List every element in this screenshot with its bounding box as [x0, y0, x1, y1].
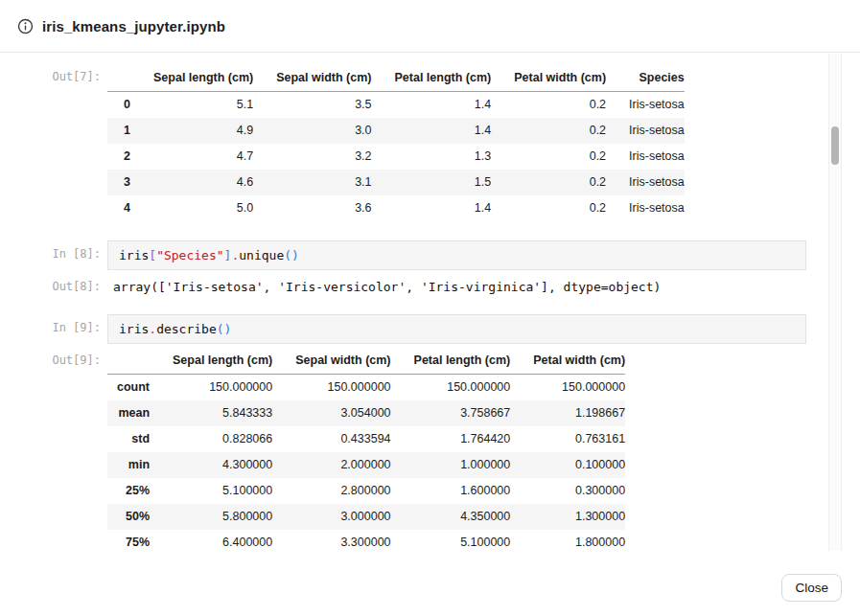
notebook-cell-out7: Out[7]: Sepal length (cm)Sepal width (cm…: [0, 65, 844, 221]
table-cell: 4.300000: [150, 452, 272, 478]
table-cell: 1.000000: [391, 452, 511, 478]
row-index: mean: [107, 400, 150, 426]
table-row: 50%5.8000003.0000004.3500001.300000: [107, 504, 625, 530]
scrollbar-track[interactable]: [828, 54, 842, 551]
table-cell: 1.764420: [391, 426, 511, 452]
table-cell: 5.800000: [150, 504, 272, 530]
table-cell: 3.6: [253, 195, 371, 221]
table-cell: 3.2: [253, 144, 371, 170]
code-token: (: [284, 248, 291, 262]
output-prompt: Out[8]:: [0, 278, 107, 293]
table-cell: 0.828066: [150, 426, 272, 452]
notebook-cell-out9: Out[9]: Sepal length (cm)Sepal width (cm…: [0, 348, 844, 551]
table-cell: 1.5: [372, 170, 492, 195]
input-prompt: In [9]:: [0, 314, 107, 334]
row-index: std: [107, 426, 150, 452]
table-cell: 1.4: [372, 118, 492, 144]
row-index: 50%: [107, 504, 150, 530]
table-cell: 1.3: [372, 144, 492, 170]
table-row: 25%5.1000002.8000001.6000000.300000: [107, 478, 625, 504]
table-row: min4.3000002.0000001.0000000.100000: [107, 452, 625, 478]
table-cell: 1.4: [372, 92, 492, 119]
table-cell: 1.4: [372, 195, 492, 221]
table-row: 45.03.61.40.2Iris-setosa: [107, 195, 685, 221]
table-cell: 1.198667: [510, 400, 625, 426]
table-cell: 150.000000: [391, 375, 511, 401]
table-cell: 0.433594: [272, 426, 390, 452]
table-cell: 0.300000: [510, 478, 625, 504]
column-header: Petal width (cm): [510, 348, 625, 375]
code-input: iris.describe(): [107, 314, 806, 344]
table-cell: 150.000000: [150, 375, 272, 401]
table-cell: 0.2: [491, 144, 606, 170]
table-cell: 1.800000: [510, 530, 625, 551]
notebook-cell-out8: Out[8]: array(['Iris-setosa', 'Iris-vers…: [0, 278, 844, 295]
table-cell: 0.100000: [510, 452, 625, 478]
code-token: ): [224, 322, 232, 336]
table-cell: 6.400000: [150, 530, 272, 551]
table-cell: Iris-setosa: [606, 170, 685, 195]
table-cell: 5.1: [130, 92, 253, 119]
table-cell: 3.000000: [272, 504, 390, 530]
table-cell: 4.350000: [391, 504, 511, 530]
table-cell: 4.9: [130, 118, 253, 144]
notebook-cell-in8: In [8]: iris["Species"].unique(): [0, 240, 844, 270]
table-cell: 3.300000: [272, 530, 390, 551]
code-input: iris["Species"].unique(): [107, 240, 806, 270]
row-index: 3: [107, 170, 130, 195]
table-row: 14.93.01.40.2Iris-setosa: [107, 118, 685, 144]
file-title: iris_kmeans_jupyter.ipynb: [42, 18, 225, 34]
table-cell: 3.5: [253, 92, 371, 119]
column-header: Petal width (cm): [491, 65, 606, 92]
table-cell: 2.000000: [272, 452, 390, 478]
dialog-header: iris_kmeans_jupyter.ipynb: [0, 0, 860, 53]
scrollbar-thumb[interactable]: [831, 126, 839, 165]
table-cell: 5.100000: [391, 530, 511, 551]
table-cell: 3.758667: [391, 400, 511, 426]
table-cell: 0.2: [491, 195, 606, 221]
table-cell: 0.763161: [510, 426, 625, 452]
table-cell: 4.7: [130, 144, 253, 170]
column-header: [107, 348, 150, 375]
code-token: [: [149, 248, 156, 262]
table-cell: 150.000000: [510, 375, 625, 401]
table-cell: 0.2: [491, 118, 606, 144]
code-token: (: [217, 322, 224, 336]
table-row: 75%6.4000003.3000005.1000001.800000: [107, 530, 625, 551]
row-index: 25%: [107, 478, 150, 504]
column-header: Petal length (cm): [372, 65, 492, 92]
output-prompt: Out[9]:: [0, 348, 107, 367]
table-cell: 2.800000: [272, 478, 390, 504]
table-cell: 5.0: [130, 195, 253, 221]
table-cell: 5.843333: [150, 400, 272, 426]
row-index: 0: [107, 92, 130, 119]
column-header: Sepal length (cm): [150, 348, 272, 375]
code-token: describe: [156, 322, 217, 336]
row-index: min: [107, 452, 150, 478]
table-cell: 3.054000: [272, 400, 390, 426]
table-row: std0.8280660.4335941.7644200.763161: [107, 426, 625, 452]
table-row: 05.13.51.40.2Iris-setosa: [107, 92, 685, 119]
table-row: mean5.8433333.0540003.7586671.198667: [107, 400, 625, 426]
table-cell: 0.2: [491, 170, 606, 195]
column-header: Species: [606, 65, 685, 92]
table-cell: 1.600000: [391, 478, 511, 504]
info-circle-icon: [17, 18, 34, 34]
table-cell: 0.2: [491, 92, 606, 119]
row-index: 1: [107, 118, 130, 144]
output-prompt: Out[7]:: [0, 65, 107, 83]
row-index: 2: [107, 144, 130, 170]
code-token: .: [149, 322, 156, 336]
iris-head-table: Sepal length (cm)Sepal width (cm)Petal l…: [107, 65, 685, 221]
table-cell: Iris-setosa: [606, 144, 685, 170]
table-cell: 1.300000: [510, 504, 625, 530]
table-cell: 150.000000: [272, 375, 390, 401]
code-token: unique: [239, 248, 284, 262]
column-header: Sepal width (cm): [253, 65, 371, 92]
file-preview-dialog: iris_kmeans_jupyter.ipynb Out[7]: Sepal …: [0, 0, 860, 616]
table-cell: Iris-setosa: [606, 118, 685, 144]
column-header: [107, 65, 130, 92]
input-prompt: In [8]:: [0, 240, 107, 261]
close-button[interactable]: Close: [781, 574, 842, 602]
text-output: array(['Iris-setosa', 'Iris-versicolor',…: [107, 278, 844, 295]
